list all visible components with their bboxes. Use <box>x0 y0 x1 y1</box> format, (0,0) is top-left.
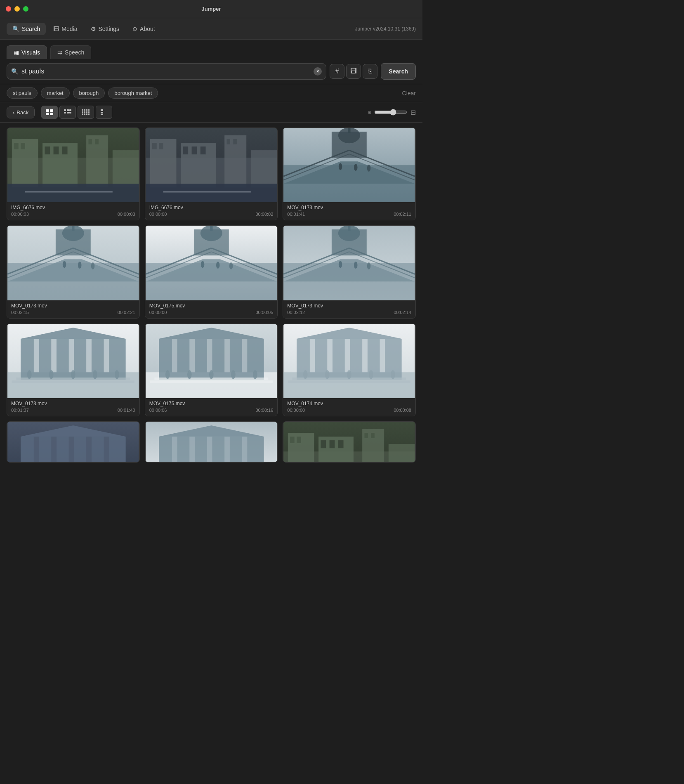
search-input-wrap[interactable]: 🔍 × <box>7 63 326 80</box>
media-info: MOV_0173.mov 00:01:41 00:02:11 <box>283 202 415 220</box>
svg-rect-8 <box>67 112 69 113</box>
svg-rect-191 <box>297 437 301 443</box>
svg-point-150 <box>303 370 308 379</box>
media-card[interactable]: MOV_0173.mov 00:01:41 00:02:11 <box>283 128 416 220</box>
svg-rect-77 <box>72 226 74 231</box>
svg-rect-32 <box>54 146 59 154</box>
svg-point-91 <box>201 261 204 268</box>
view-list-button[interactable] <box>96 106 112 119</box>
grid-icon-button[interactable]: # <box>330 64 344 79</box>
media-card[interactable]: MOV_0173.mov 00:02:15 00:02:21 <box>7 225 140 318</box>
svg-point-118 <box>27 370 32 379</box>
minimize-button[interactable] <box>14 6 20 12</box>
media-filename: MOV_0173.mov <box>287 205 411 210</box>
close-button[interactable] <box>6 6 11 12</box>
media-time-start: 00:00:00 <box>149 212 167 217</box>
svg-point-154 <box>391 370 395 379</box>
clear-search-button[interactable]: × <box>314 67 322 76</box>
svg-rect-103 <box>348 226 350 231</box>
view-grid-small-button[interactable] <box>78 106 94 119</box>
svg-rect-133 <box>150 380 272 383</box>
nav-media[interactable]: 🎞 Media <box>47 23 83 35</box>
media-time-end: 00:02:21 <box>118 310 135 315</box>
svg-rect-197 <box>365 433 368 438</box>
media-card[interactable]: IMG_6676.mov 00:00:00 00:00:02 <box>145 128 278 220</box>
svg-rect-39 <box>25 191 113 192</box>
tab-visuals[interactable]: ▦ Visuals <box>7 45 47 59</box>
media-times: 00:00:03 00:00:03 <box>11 212 135 217</box>
svg-rect-11 <box>84 109 85 111</box>
svg-rect-146 <box>362 339 368 372</box>
search-submit-button[interactable]: Search <box>381 63 416 80</box>
svg-rect-18 <box>82 113 83 115</box>
back-button[interactable]: ‹ Back <box>7 106 35 118</box>
svg-point-92 <box>216 262 219 269</box>
window-controls[interactable] <box>6 6 28 12</box>
film-icon-button[interactable]: 🎞 <box>346 64 361 79</box>
grid-size-small-icon: ⊞ <box>368 110 371 115</box>
app-version: Jumper v2024.10.31 (1369) <box>355 26 416 32</box>
media-card[interactable]: MOV_0174.mov 00:00:00 00:00:08 <box>283 324 416 416</box>
search-icon: 🔍 <box>11 68 18 75</box>
media-card[interactable]: MOV_0173.mov 00:00:00 00:00:00 <box>283 421 416 463</box>
media-thumbnail <box>283 226 415 300</box>
svg-rect-5 <box>67 109 69 111</box>
svg-rect-175 <box>172 437 177 463</box>
media-card[interactable]: MOV_0175.mov 00:00:00 00:00:05 <box>145 225 278 318</box>
tab-speech[interactable]: ⇉ Speech <box>50 45 91 59</box>
nav-about[interactable]: ⊙ About <box>127 23 161 35</box>
svg-rect-127 <box>172 339 177 372</box>
nav-settings[interactable]: ⚙ Settings <box>85 23 125 35</box>
nav-bar: 🔍 Search 🎞 Media ⚙ Settings ⊙ About Jump… <box>0 18 422 40</box>
about-nav-icon: ⊙ <box>132 26 137 32</box>
grid-size-large-icon: ⊟ <box>410 109 416 116</box>
copy-icon-button[interactable]: ⎘ <box>363 64 377 79</box>
media-times: 00:02:15 00:02:21 <box>11 310 135 315</box>
tag-borough[interactable]: borough <box>73 87 105 99</box>
media-thumbnail <box>145 324 278 398</box>
svg-point-78 <box>63 261 66 268</box>
svg-rect-128 <box>189 339 195 372</box>
svg-point-136 <box>209 370 214 379</box>
svg-rect-161 <box>69 437 74 463</box>
svg-rect-179 <box>242 437 247 463</box>
tag-borough-market[interactable]: borough market <box>108 87 158 99</box>
tag-market[interactable]: market <box>41 87 70 99</box>
controls-row: ‹ Back <box>0 102 422 123</box>
media-card[interactable]: IMG_6676.mov 00:00:03 00:00:03 <box>7 128 140 220</box>
search-input[interactable] <box>21 68 314 75</box>
media-time-start: 00:02:12 <box>287 310 305 315</box>
media-card[interactable]: MOV_0173.mov 00:02:12 00:02:14 <box>283 225 416 318</box>
tags-row: st pauls market borough borough market C… <box>0 84 422 102</box>
nav-search[interactable]: 🔍 Search <box>7 23 46 35</box>
media-info: MOV_0174.mov 00:00:00 00:00:08 <box>283 398 415 416</box>
maximize-button[interactable] <box>23 6 28 12</box>
media-times: 00:01:37 00:01:40 <box>11 408 135 413</box>
svg-rect-113 <box>69 339 74 372</box>
media-time-start: 00:01:37 <box>11 408 29 413</box>
svg-rect-13 <box>88 109 90 111</box>
svg-rect-64 <box>348 128 350 133</box>
view-grid-full-button[interactable] <box>41 106 58 119</box>
size-slider[interactable] <box>374 109 407 116</box>
media-time-end: 00:00:08 <box>394 408 411 413</box>
svg-point-119 <box>49 370 54 379</box>
clear-tags-button[interactable]: Clear <box>402 90 416 97</box>
svg-rect-3 <box>50 113 53 115</box>
tag-st-pauls[interactable]: st pauls <box>7 87 38 99</box>
media-card[interactable]: MOV_0173.mov 00:01:37 00:01:40 <box>7 324 140 416</box>
search-nav-icon: 🔍 <box>12 26 19 32</box>
view-grid-medium-button[interactable] <box>59 106 76 119</box>
svg-rect-111 <box>34 339 39 372</box>
svg-point-138 <box>253 370 257 379</box>
svg-rect-178 <box>224 437 230 463</box>
media-card[interactable]: MOV_0175.mov 00:00:00 00:00:00 <box>145 421 278 463</box>
svg-rect-149 <box>288 380 410 383</box>
media-card[interactable]: MOV_0175.mov 00:00:06 00:00:16 <box>145 324 278 416</box>
media-time-start: 00:01:41 <box>287 212 305 217</box>
svg-rect-162 <box>86 437 92 463</box>
media-info: MOV_0175.mov 00:00:00 00:00:05 <box>145 300 278 318</box>
nav-settings-label: Settings <box>99 26 120 32</box>
svg-rect-46 <box>183 146 188 154</box>
media-card[interactable]: MOV_0173.mov 00:00:00 00:00:00 <box>7 421 140 463</box>
